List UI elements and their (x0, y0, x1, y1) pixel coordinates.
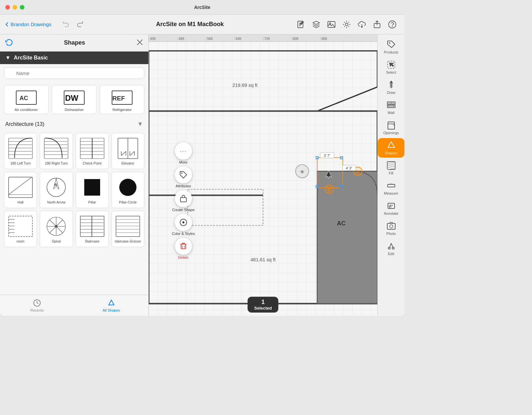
ruler-56: 56ft (206, 37, 235, 41)
north-arrow-icon: N (43, 176, 69, 199)
sidebar-edit-label: Edit (388, 252, 394, 256)
sidebar-annotate-label: Annotate (384, 211, 398, 215)
trash-icon (179, 242, 188, 250)
sidebar-select-label: Select (386, 70, 396, 74)
shape-ref[interactable]: REF Refrigerator (100, 85, 144, 114)
fullscreen-button[interactable] (20, 5, 24, 10)
close-button[interactable] (5, 5, 10, 10)
ellipsis-icon: ··· (180, 148, 187, 155)
refresh-icon[interactable] (5, 39, 13, 47)
edit-icon-btn[interactable] (294, 18, 308, 31)
ref-label: Refrigerator (112, 108, 132, 112)
cloud-icon-btn[interactable] (355, 18, 369, 31)
sidebar-shapes[interactable]: Shapes (378, 138, 404, 158)
ruler-80: 80ft (292, 37, 321, 41)
shape-180-right[interactable]: 180 Right Turn (40, 133, 73, 169)
canvas-drawing[interactable]: 219.69 sq ft DW AC (149, 42, 377, 316)
svg-rect-5 (328, 21, 335, 27)
sidebar-openings-label: Openings (383, 131, 399, 135)
ctx-create-shape[interactable]: Create Shape (172, 190, 195, 212)
svg-marker-121 (390, 81, 393, 83)
shape-checkpoint[interactable]: Check Point (76, 133, 109, 169)
shape-spiral[interactable]: Spiral (40, 211, 73, 247)
ruler-40: 40ft (149, 37, 177, 41)
category-header[interactable]: ▼ ArcSite Basic (0, 52, 148, 64)
select-icon (387, 60, 396, 69)
sidebar-fill[interactable]: Fill (378, 158, 404, 178)
staircase-label: Staircase (85, 239, 99, 243)
svg-line-131 (387, 162, 395, 164)
ctx-color-styles-circle[interactable] (175, 214, 192, 231)
ac-label: Air conditioner (15, 108, 38, 112)
ctx-delete-circle[interactable] (175, 238, 192, 255)
ctx-attributes[interactable]: Attributes (175, 166, 192, 188)
svg-text:T: T (389, 206, 391, 209)
canvas-area[interactable]: 40ft 48ft 56ft 64ft 72ft 80ft 88ft 2 (149, 34, 377, 316)
shape-pillar[interactable]: Pillar (76, 172, 109, 208)
minimize-button[interactable] (13, 5, 17, 10)
svg-marker-129 (388, 142, 395, 147)
selected-label: Selected (254, 306, 272, 311)
sidebar-shapes-label: Shapes (385, 151, 397, 155)
ruler-72: 72ft (263, 37, 292, 41)
redo-button[interactable] (74, 18, 86, 30)
svg-line-132 (387, 164, 395, 166)
svg-line-148 (391, 243, 393, 247)
sidebar-wall[interactable]: Wall (378, 98, 404, 117)
svg-text:N: N (55, 183, 57, 187)
back-button[interactable]: Brandon Drawings (5, 21, 51, 27)
sidebar-openings[interactable]: Openings (378, 118, 404, 137)
shape-elevator[interactable]: Elevator (111, 133, 144, 169)
svg-rect-123 (387, 105, 395, 108)
document-title: ArcSite on M1 MacBook (90, 21, 290, 28)
ruler-64: 64ft (235, 37, 263, 41)
checkpoint-label: Check Point (83, 161, 101, 165)
shape-180-left[interactable]: 180 Left Turn (4, 133, 37, 169)
sidebar-photo[interactable]: Photo (378, 219, 404, 238)
nav-recents[interactable]: Recents (0, 296, 74, 315)
shape-hall[interactable]: Hall (4, 172, 37, 208)
help-icon-btn[interactable] (385, 18, 399, 31)
sidebar-draw[interactable]: Draw (378, 78, 404, 97)
ctx-more[interactable]: ··· More (175, 142, 192, 164)
ctx-color-styles[interactable]: Color & Styles (172, 214, 195, 236)
ctx-more-circle[interactable]: ··· (175, 142, 192, 160)
dw-icon: DW (63, 89, 86, 106)
svg-text:⊕: ⊕ (300, 169, 304, 174)
shape-staircase[interactable]: Staircase (76, 211, 109, 247)
image-icon-btn[interactable] (324, 18, 338, 31)
shape-room[interactable]: room (4, 211, 37, 247)
svg-marker-86 (109, 300, 114, 305)
dw-label: Dishwasher (65, 108, 84, 112)
products-icon (387, 40, 396, 49)
shape-dw[interactable]: DW Dishwasher (52, 85, 96, 114)
settings-icon-btn[interactable] (340, 18, 354, 31)
ctx-delete[interactable]: Delete (175, 238, 192, 259)
search-input[interactable] (4, 67, 144, 79)
selected-badge: 1 Selected (247, 297, 278, 313)
close-panel-icon[interactable] (136, 39, 143, 47)
ctx-create-shape-circle[interactable] (175, 190, 192, 207)
shape-pillar-circle[interactable]: Pillar-Circle (111, 172, 144, 208)
sidebar-select[interactable]: Select (378, 57, 404, 77)
ctx-attributes-circle[interactable] (175, 166, 192, 183)
sidebar-measure[interactable]: Measure (378, 178, 404, 198)
spiral-label: Spiral (52, 239, 61, 243)
nav-all-shapes[interactable]: All Shapes (74, 296, 149, 315)
180-right-label: 180 Right Turn (45, 161, 68, 165)
pillar-circle-label: Pillar-Circle (119, 200, 137, 204)
pillar-icon (79, 176, 105, 199)
undo-button[interactable] (60, 18, 72, 30)
layers-icon-btn[interactable] (309, 18, 323, 31)
sidebar-edit[interactable]: Edit (378, 239, 404, 258)
arch-category-header[interactable]: Architecture (13) ▼ (4, 118, 144, 130)
shape-ac[interactable]: AC Air conditioner (4, 85, 49, 114)
shape-staircase-scissor[interactable]: staircase-Scissor (111, 211, 144, 247)
sidebar-products[interactable]: Products (378, 37, 404, 57)
sidebar-annotate[interactable]: T Annotate (378, 199, 404, 218)
svg-line-45 (130, 151, 134, 156)
share-icon-btn[interactable] (370, 18, 384, 31)
arch-expand-icon[interactable]: ▼ (137, 121, 143, 128)
shape-north-arrow[interactable]: N North Arrow (40, 172, 73, 208)
ctx-delete-label: Delete (178, 255, 189, 259)
